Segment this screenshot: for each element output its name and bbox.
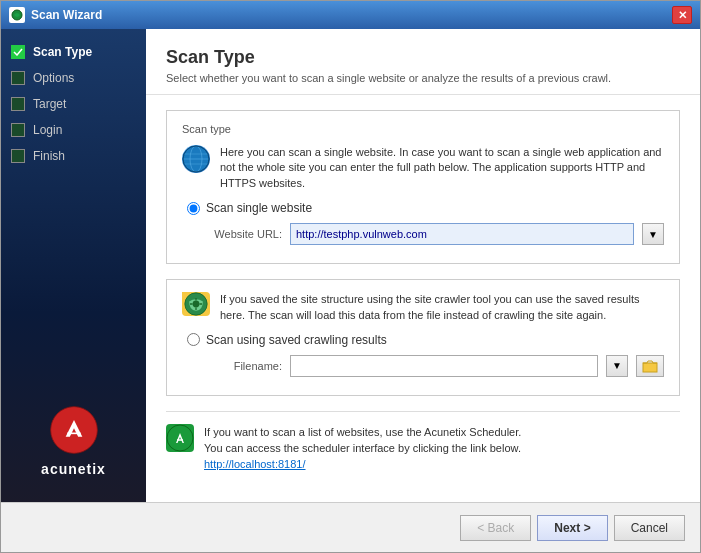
scan-type-label: Scan type [182, 123, 664, 135]
filename-label: Filename: [202, 360, 282, 372]
title-bar: Scan Wizard ✕ [1, 1, 700, 29]
title-bar-text: Scan Wizard [31, 8, 102, 22]
sidebar-item-target[interactable]: Target [1, 91, 146, 117]
globe-option-row: Here you can scan a single website. In c… [182, 145, 664, 191]
crawl-section: If you saved the site structure using th… [166, 279, 680, 396]
next-button[interactable]: Next > [537, 515, 607, 541]
sidebar-label-login: Login [33, 123, 62, 137]
folder-option-row: If you saved the site structure using th… [182, 292, 664, 323]
sidebar-indicator-scan-type [11, 45, 25, 59]
filename-dropdown-button[interactable]: ▼ [606, 355, 628, 377]
website-url-label: Website URL: [202, 228, 282, 240]
radio-crawl-results[interactable] [187, 333, 200, 346]
radio-single-website-row: Scan single website [187, 201, 664, 215]
sidebar-label-finish: Finish [33, 149, 65, 163]
page-title: Scan Type [166, 47, 680, 68]
scheduler-link[interactable]: http://localhost:8181/ [204, 458, 306, 470]
sidebar-item-scan-type[interactable]: Scan Type [1, 39, 146, 65]
title-bar-left: Scan Wizard [9, 7, 102, 23]
back-button[interactable]: < Back [460, 515, 531, 541]
acunetix-logo-text: acunetix [41, 461, 106, 477]
svg-point-9 [193, 301, 200, 308]
browse-icon [642, 359, 658, 373]
folder-option-text: If you saved the site structure using th… [220, 292, 664, 323]
cancel-button[interactable]: Cancel [614, 515, 685, 541]
footer: < Back Next > Cancel [1, 502, 700, 552]
main-content: Scan Type Options Target Login Finish [1, 29, 700, 502]
filename-input[interactable] [290, 355, 598, 377]
scheduler-section: If you want to scan a list of websites, … [166, 424, 680, 471]
website-url-row: Website URL: ▼ [202, 223, 664, 245]
sidebar-logo: acunetix [1, 390, 146, 492]
sidebar-item-options[interactable]: Options [1, 65, 146, 91]
content-body: Scan type [146, 95, 700, 502]
sidebar-label-scan-type: Scan Type [33, 45, 92, 59]
svg-rect-14 [643, 363, 657, 372]
content-header: Scan Type Select whether you want to sca… [146, 29, 700, 95]
svg-point-15 [167, 425, 193, 451]
acunetix-scheduler-icon [166, 424, 194, 452]
url-dropdown-button[interactable]: ▼ [642, 223, 664, 245]
separator [166, 411, 680, 412]
globe-icon [182, 145, 210, 173]
sidebar-indicator-finish [11, 149, 25, 163]
globe-option-text: Here you can scan a single website. In c… [220, 145, 664, 191]
radio-single-website-label[interactable]: Scan single website [206, 201, 312, 215]
svg-point-1 [50, 407, 97, 454]
scheduler-text-container: If you want to scan a list of websites, … [204, 424, 521, 471]
window-icon [9, 7, 25, 23]
sidebar-label-target: Target [33, 97, 66, 111]
sidebar-label-options: Options [33, 71, 74, 85]
page-subtitle: Select whether you want to scan a single… [166, 72, 680, 84]
browse-button[interactable] [636, 355, 664, 377]
scheduler-description: If you want to scan a list of websites, … [204, 424, 521, 457]
radio-crawl-label[interactable]: Scan using saved crawling results [206, 333, 387, 347]
scan-type-section: Scan type [166, 110, 680, 264]
content-area: Scan Type Select whether you want to sca… [146, 29, 700, 502]
sidebar-item-finish[interactable]: Finish [1, 143, 146, 169]
filename-row: Filename: ▼ [202, 355, 664, 377]
crawler-icon [182, 292, 210, 316]
radio-single-website[interactable] [187, 202, 200, 215]
sidebar-indicator-options [11, 71, 25, 85]
sidebar: Scan Type Options Target Login Finish [1, 29, 146, 502]
sidebar-indicator-target [11, 97, 25, 111]
sidebar-item-login[interactable]: Login [1, 117, 146, 143]
website-url-input[interactable] [290, 223, 634, 245]
radio-crawl-row: Scan using saved crawling results [187, 333, 664, 347]
close-button[interactable]: ✕ [672, 6, 692, 24]
sidebar-indicator-login [11, 123, 25, 137]
acunetix-logo-svg [49, 405, 99, 455]
scan-wizard-window: Scan Wizard ✕ Scan Type Options Target [0, 0, 701, 553]
